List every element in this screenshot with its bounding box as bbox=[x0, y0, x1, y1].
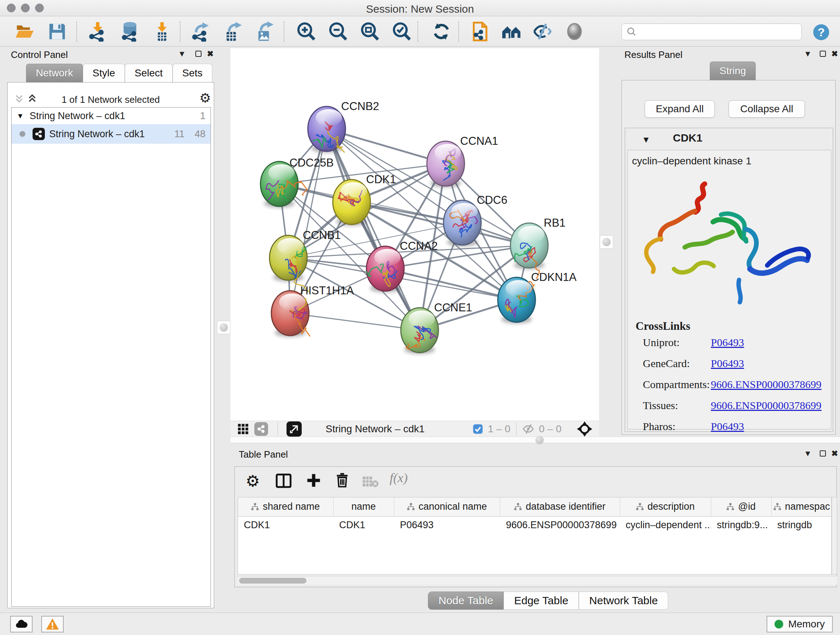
table-panel-close-icon[interactable]: ✖ bbox=[831, 450, 838, 458]
edge-CCNA2-CDKN1A[interactable] bbox=[385, 269, 516, 300]
memory-button[interactable]: Memory bbox=[767, 616, 833, 632]
column-header--id[interactable]: @id bbox=[711, 497, 771, 516]
right-splitter-handle[interactable] bbox=[600, 235, 613, 249]
function-builder-icon[interactable]: f(x) bbox=[390, 470, 408, 486]
tab-string[interactable]: String bbox=[710, 62, 756, 80]
column-header-description[interactable]: description bbox=[620, 497, 711, 516]
protein-description: cyclin–dependent kinase 1 bbox=[632, 155, 752, 167]
results-panel-close-icon[interactable]: ✖ bbox=[831, 50, 838, 58]
control-panel-close-icon[interactable]: ✖ bbox=[207, 50, 213, 58]
zoom-out-button[interactable] bbox=[328, 21, 348, 42]
hidden-eye-icon[interactable] bbox=[523, 423, 535, 435]
export-image-button[interactable] bbox=[255, 21, 275, 42]
tab-network-table[interactable]: Network Table bbox=[579, 592, 668, 610]
results-panel-float-icon[interactable] bbox=[820, 51, 826, 57]
show-columns-icon[interactable] bbox=[275, 472, 292, 489]
column-header-shared-name[interactable]: shared name bbox=[238, 497, 333, 516]
crosslink-link[interactable]: 9606.ENSP00000378699 bbox=[711, 399, 821, 412]
help-button[interactable]: ? bbox=[813, 24, 830, 41]
results-panel-menu-icon[interactable]: ▼ bbox=[804, 50, 812, 58]
crosslink-link[interactable]: 9606.ENSP00000378699 bbox=[711, 378, 821, 391]
table-vertical-scrollbar[interactable] bbox=[832, 497, 837, 575]
zoom-selected-button[interactable] bbox=[392, 21, 412, 42]
hide-panel-button[interactable] bbox=[532, 21, 553, 42]
export-network-button[interactable] bbox=[191, 21, 211, 42]
node-CCNB1[interactable]: CCNB1 bbox=[270, 229, 341, 292]
edge-HIST1H1A-CCNE1[interactable] bbox=[290, 313, 420, 330]
collection-expand-icon[interactable]: ▼ bbox=[17, 112, 24, 120]
protein-collapse-icon[interactable]: ▼ bbox=[642, 135, 651, 145]
main-toolbar: ? bbox=[0, 16, 840, 47]
node-RB1[interactable]: RB1 bbox=[510, 217, 565, 279]
viewbar-separator bbox=[516, 423, 516, 435]
memory-status-icon bbox=[775, 620, 783, 629]
table-panel-float-icon[interactable] bbox=[820, 450, 826, 456]
table-cell: cyclin–dependent ... bbox=[620, 516, 711, 534]
crosslink-link[interactable]: P06493 bbox=[711, 420, 744, 432]
column-header-name[interactable]: name bbox=[333, 497, 394, 516]
save-session-button[interactable] bbox=[47, 21, 67, 42]
node-CDC25B[interactable]: CDC25B bbox=[261, 157, 333, 208]
network-status-dot bbox=[19, 131, 25, 137]
left-splitter-handle[interactable] bbox=[217, 321, 231, 334]
table-row[interactable]: CDK1CDK1P064939606.ENSP00000378699cyclin… bbox=[238, 516, 832, 534]
node-CDKN1A[interactable]: CDKN1A bbox=[498, 271, 576, 324]
scrollbar-thumb[interactable] bbox=[239, 578, 306, 584]
column-header-database-identifier[interactable]: database identifier bbox=[500, 497, 620, 516]
collapse-all-button[interactable]: Collapse All bbox=[729, 100, 805, 118]
column-header-canonical-name[interactable]: canonical name bbox=[394, 497, 500, 516]
grid-view-icon[interactable] bbox=[237, 423, 249, 435]
tab-node-table[interactable]: Node Table bbox=[428, 592, 504, 610]
table-horizontal-scrollbar[interactable] bbox=[238, 576, 837, 585]
crosslink-row: Compartments:9606.ENSP00000378699 bbox=[643, 378, 824, 391]
network-share-view-icon[interactable] bbox=[254, 422, 268, 436]
open-session-button[interactable] bbox=[14, 21, 35, 42]
share-document-button[interactable] bbox=[470, 21, 490, 42]
show-all-networks-button[interactable] bbox=[501, 21, 522, 42]
delete-column-trash-icon[interactable] bbox=[335, 472, 350, 488]
apply-layout-button[interactable] bbox=[431, 21, 452, 42]
tab-select[interactable]: Select bbox=[125, 64, 172, 82]
zoom-in-button[interactable] bbox=[296, 21, 316, 42]
zoom-selected-icon bbox=[392, 21, 412, 42]
network-options-gear-icon[interactable]: ⚙ bbox=[199, 90, 211, 105]
inactive-eye-button[interactable] bbox=[564, 21, 584, 42]
table-panel-menu-icon[interactable]: ▼ bbox=[804, 450, 812, 458]
network-canvas[interactable]: CCNB2CCNA1CDC25BCDK1CDC6RB1CCNB1CCNA2CDK… bbox=[231, 48, 599, 421]
window-title: Session: New Session bbox=[0, 3, 840, 15]
search-input[interactable] bbox=[637, 27, 797, 38]
control-panel-float-icon[interactable] bbox=[195, 51, 202, 57]
tab-network[interactable]: Network bbox=[26, 64, 83, 82]
expand-all-button[interactable]: Expand All bbox=[645, 100, 715, 118]
houses-icon bbox=[501, 21, 522, 42]
node-CCNE1[interactable]: CCNE1 bbox=[401, 301, 472, 354]
control-panel-menu-icon[interactable]: ▼ bbox=[178, 50, 186, 58]
add-column-icon[interactable] bbox=[306, 472, 322, 488]
table-settings-gear-icon[interactable]: ⚙ bbox=[246, 472, 260, 490]
selected-checkbox[interactable] bbox=[472, 424, 483, 434]
import-table-file-button[interactable] bbox=[152, 21, 172, 42]
import-network-database-button[interactable] bbox=[119, 21, 140, 42]
export-table-icon bbox=[223, 21, 243, 42]
tab-edge-table[interactable]: Edge Table bbox=[504, 592, 579, 610]
column-header-namespac[interactable]: namespac bbox=[771, 497, 832, 516]
crosslink-link[interactable]: P06493 bbox=[711, 357, 744, 370]
cloud-button[interactable] bbox=[10, 616, 33, 632]
warnings-button[interactable] bbox=[41, 616, 64, 632]
network-row-selected[interactable]: String Network – cdk1 11 48 bbox=[11, 124, 210, 144]
tab-style[interactable]: Style bbox=[83, 64, 125, 82]
results-panel-tabs: String bbox=[710, 62, 756, 80]
network-collection-row[interactable]: ▼ String Network – cdk1 1 bbox=[11, 108, 210, 124]
zoom-fit-button[interactable] bbox=[360, 21, 380, 42]
export-table-button[interactable] bbox=[223, 21, 243, 42]
import-network-file-button[interactable] bbox=[88, 21, 108, 42]
node-label-CDC25B: CDC25B bbox=[289, 157, 333, 169]
delete-table-icon[interactable] bbox=[362, 475, 379, 488]
collection-label: String Network – cdk1 bbox=[30, 111, 200, 122]
node-CCNB2[interactable]: CCNB2 bbox=[308, 100, 379, 153]
crosslink-link[interactable]: P06493 bbox=[711, 336, 744, 348]
node-HIST1H1A[interactable]: HIST1H1A bbox=[271, 284, 354, 337]
fit-content-crosshair-icon[interactable] bbox=[576, 421, 592, 437]
birdseye-view-icon[interactable] bbox=[286, 421, 302, 437]
tab-sets[interactable]: Sets bbox=[172, 64, 212, 82]
